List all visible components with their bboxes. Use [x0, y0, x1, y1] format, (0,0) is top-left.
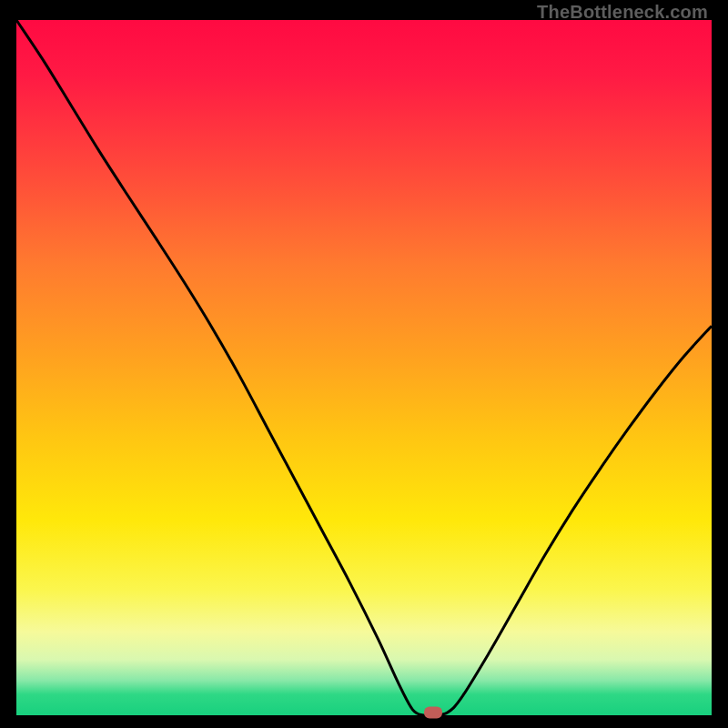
- optimal-point-marker: [424, 707, 442, 719]
- curve-path: [16, 20, 712, 716]
- bottleneck-curve: [16, 20, 712, 715]
- plot-area: [16, 20, 712, 715]
- chart-frame: [16, 20, 712, 715]
- chart-stage: TheBottleneck.com: [0, 0, 728, 728]
